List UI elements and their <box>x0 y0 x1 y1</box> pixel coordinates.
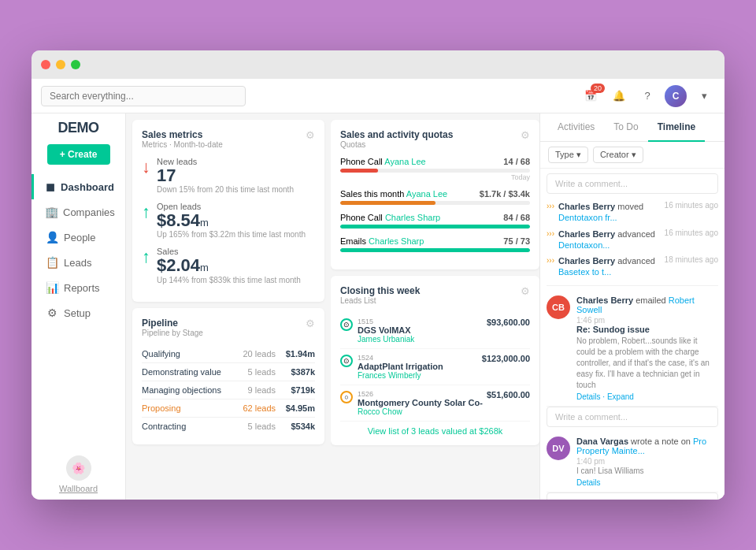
table-row: Proposing 62 leads $4.95m <box>142 399 315 418</box>
comment-input[interactable]: Write a comment... <box>547 173 718 194</box>
tab-todo[interactable]: To Do <box>604 113 647 142</box>
closing-subtitle: Leads List <box>340 296 420 305</box>
maximize-button[interactable] <box>71 60 80 69</box>
quotas-gear-icon[interactable]: ⚙ <box>521 129 530 141</box>
new-leads-label: New leads <box>157 157 294 166</box>
arrow-up-icon: ↑ <box>142 203 150 221</box>
quota-meta: Today <box>340 173 530 181</box>
quotas-header: Sales and activity quotas Quotas ⚙ <box>340 129 530 149</box>
quotas-card: Sales and activity quotas Quotas ⚙ Phone… <box>331 120 539 269</box>
new-leads-note: Down 15% from 20 this time last month <box>157 185 294 194</box>
quota-item: Sales this month Ayana Lee $1.7k / $3.4k <box>340 189 530 205</box>
table-row: Qualifying 20 leads $1.94m <box>142 345 315 363</box>
app-logo: DEMO <box>58 120 99 136</box>
closing-gear-icon[interactable]: ⚙ <box>521 285 530 297</box>
wallboard-link[interactable]: Wallboard <box>59 484 98 493</box>
pipeline-gear-icon[interactable]: ⚙ <box>306 318 315 329</box>
sidebar-item-dashboard[interactable]: ◼ Dashboard <box>32 174 125 199</box>
activity-time: 16 minutes ago <box>665 229 718 237</box>
type-filter[interactable]: Type ▾ <box>548 147 588 163</box>
closing-header: Closing this week Leads List ⚙ <box>340 285 530 305</box>
chevron-down-icon[interactable]: ▾ <box>693 85 715 107</box>
timeline-entry: DV Dana Vargas wrote a note on Pro Prope… <box>547 432 718 492</box>
quota-bar <box>340 201 530 205</box>
lead-id: 1524 <box>358 354 443 362</box>
list-item: ○ 1526 Montgomery County Solar Co- Rocco… <box>340 385 530 422</box>
entry-author: Charles Berry <box>576 295 633 305</box>
closing-title: Closing this week <box>340 285 420 296</box>
comment-input-3[interactable]: Write a comment... <box>547 492 718 500</box>
left-panel: Sales metrics Metrics · Month-to-date ⚙ … <box>126 113 331 500</box>
app-window: 📅 20 🔔 ? C ▾ DEMO + Create ◼ Dashboard 🏢… <box>32 50 724 500</box>
sidebar-item-label: Leads <box>64 257 91 269</box>
sidebar-item-people[interactable]: 👤 People <box>32 225 125 250</box>
main-content: Sales metrics Metrics · Month-to-date ⚙ … <box>126 113 724 500</box>
timeline-feed: Write a comment... ››› Charles Berry mov… <box>540 169 724 500</box>
sidebar-item-leads[interactable]: 📋 Leads <box>32 250 125 275</box>
filters-bar: Type ▾ Creator ▾ <box>540 142 724 169</box>
list-item: ⊙ 1515 DGS VolMAX James Urbaniak $93,600… <box>340 313 530 349</box>
quota-amount: 75 / 73 <box>503 236 530 246</box>
bell-icon[interactable]: 🔔 <box>608 85 630 107</box>
quota-amount: $1.7k / $3.4k <box>480 189 530 199</box>
open-leads-metric: ↑ Open leads $8.54m Up 165% from $3.22m … <box>142 202 315 239</box>
close-button[interactable] <box>41 60 50 69</box>
quota-label: Emails Charles Sharp <box>340 236 424 246</box>
avatar: DV <box>547 437 570 460</box>
lead-company: DGS VolMAX <box>358 325 414 335</box>
timeline-entry: CB Charles Berry emailed Robert Sowell 1… <box>547 291 718 407</box>
avatar: CB <box>547 295 570 319</box>
lead-status-icon: ⊙ <box>340 355 353 367</box>
quota-fill <box>340 248 530 252</box>
tab-timeline[interactable]: Timeline <box>648 113 705 142</box>
tab-activities[interactable]: Activities <box>548 113 604 142</box>
setup-icon: ⚙ <box>45 307 59 319</box>
card-header: Sales metrics Metrics · Month-to-date ⚙ <box>142 129 315 149</box>
sidebar-item-label: Reports <box>64 282 100 294</box>
sidebar-item-setup[interactable]: ⚙ Setup <box>32 300 125 325</box>
topbar: 📅 20 🔔 ? C ▾ <box>32 79 724 113</box>
lead-id: 1526 <box>358 390 483 398</box>
quotas-subtitle: Quotas <box>340 140 453 149</box>
arrow-up-2-icon: ↑ <box>142 248 150 266</box>
quota-amount: 14 / 68 <box>503 157 530 166</box>
view-list-link[interactable]: View list of 3 leads valued at $268k <box>340 426 530 436</box>
sidebar-item-reports[interactable]: 📊 Reports <box>32 275 125 300</box>
topbar-icons: 📅 20 🔔 ? C ▾ <box>580 85 715 107</box>
dashboard-icon: ◼ <box>45 180 56 193</box>
new-leads-metric: ↓ New leads 17 Down 15% from 20 this tim… <box>142 157 315 194</box>
lead-status-icon: ○ <box>340 391 353 403</box>
quota-fill <box>340 169 378 173</box>
help-icon[interactable]: ? <box>636 85 658 107</box>
creator-filter[interactable]: Creator ▾ <box>593 147 643 163</box>
pipeline-subtitle: Pipeline by Stage <box>142 329 203 337</box>
minimize-button[interactable] <box>56 60 65 69</box>
sidebar: DEMO + Create ◼ Dashboard 🏢 Companies 👤 … <box>32 113 126 500</box>
sales-note: Up 144% from $839k this time last month <box>157 276 301 284</box>
table-row: Managing objections 9 leads $719k <box>142 381 315 399</box>
sidebar-item-label: Companies <box>63 206 115 218</box>
avatar-icon[interactable]: 🌸 <box>66 455 91 481</box>
metrics-gear-icon[interactable]: ⚙ <box>306 129 315 141</box>
reports-icon: 📊 <box>45 281 59 294</box>
quota-bar <box>340 225 530 229</box>
sales-value: $2.04m <box>157 256 301 275</box>
pipeline-stages: Qualifying 20 leads $1.94m Demonstrating… <box>142 345 315 435</box>
entry-subject: Re: Sundog issue <box>576 325 718 334</box>
table-row: Demonstrating value 5 leads $387k <box>142 363 315 381</box>
comment-input-2[interactable]: Write a comment... <box>547 407 718 427</box>
quota-label: Phone Call Charles Sharp <box>340 213 440 222</box>
notifications-icon[interactable]: 📅 20 <box>580 85 602 107</box>
content-area: Sales metrics Metrics · Month-to-date ⚙ … <box>126 113 724 500</box>
entry-details[interactable]: Details <box>576 478 718 487</box>
create-button[interactable]: + Create <box>47 144 110 165</box>
divider <box>547 285 718 286</box>
user-avatar[interactable]: C <box>665 85 687 107</box>
search-input[interactable] <box>41 86 246 106</box>
activity-icon: ››› <box>547 256 554 265</box>
pipeline-title: Pipeline <box>142 318 203 329</box>
activity-icon: ››› <box>547 229 554 238</box>
lead-company: Montgomery County Solar Co- <box>358 398 483 407</box>
sidebar-item-companies[interactable]: 🏢 Companies <box>32 199 125 225</box>
entry-expand[interactable]: Details · Expand <box>576 392 718 401</box>
